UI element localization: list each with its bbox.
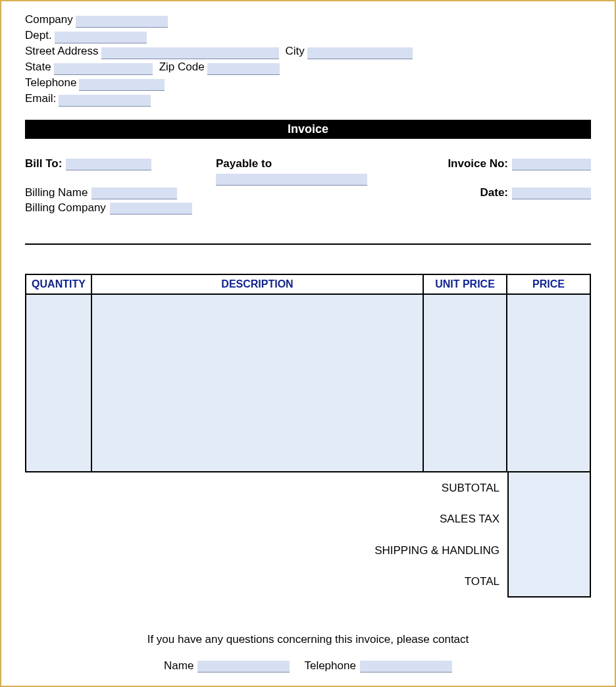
zip-input[interactable] bbox=[207, 63, 280, 75]
billing-company-label: Billing Company bbox=[25, 201, 106, 215]
footer-telephone-label: Telephone bbox=[304, 659, 355, 673]
separator-line bbox=[25, 243, 591, 245]
shipping-label: SHIPPING & HANDLING bbox=[374, 544, 500, 557]
footer-question-line: If you have any questions concerning thi… bbox=[25, 633, 591, 646]
table-row bbox=[26, 294, 590, 472]
street-address-label: Street Address bbox=[25, 43, 99, 59]
company-header-block: Company Dept. Street Address City State … bbox=[25, 12, 591, 107]
col-unit-price: UNIT PRICE bbox=[423, 274, 507, 294]
telephone-input[interactable] bbox=[79, 79, 165, 91]
zip-label: Zip Code bbox=[159, 59, 205, 75]
footer-name-label: Name bbox=[164, 659, 193, 673]
totals-section: SUBTOTAL SALES TAX SHIPPING & HANDLING T… bbox=[25, 472, 591, 598]
unit-price-cell[interactable] bbox=[423, 294, 507, 472]
state-label: State bbox=[25, 59, 51, 75]
company-input[interactable] bbox=[76, 16, 168, 28]
dept-input[interactable] bbox=[55, 32, 147, 43]
invoice-no-label: Invoice No: bbox=[448, 157, 508, 170]
city-input[interactable] bbox=[307, 47, 413, 59]
sales-tax-label: SALES TAX bbox=[440, 513, 500, 526]
line-items-table: QUANTITY DESCRIPTION UNIT PRICE PRICE bbox=[25, 274, 591, 472]
bill-to-label: Bill To: bbox=[25, 157, 62, 170]
billing-company-input[interactable] bbox=[110, 203, 192, 215]
col-quantity: QUANTITY bbox=[26, 274, 91, 294]
date-label: Date: bbox=[480, 186, 508, 199]
invoice-banner: Invoice bbox=[25, 120, 591, 139]
street-address-input[interactable] bbox=[101, 47, 279, 59]
dept-label: Dept. bbox=[25, 28, 52, 43]
date-input[interactable] bbox=[512, 188, 591, 199]
city-label: City bbox=[286, 43, 305, 59]
description-cell[interactable] bbox=[91, 294, 423, 472]
email-input[interactable] bbox=[59, 95, 151, 107]
bill-to-input[interactable] bbox=[66, 159, 151, 170]
quantity-cell[interactable] bbox=[26, 294, 91, 472]
company-label: Company bbox=[25, 12, 73, 28]
email-label: Email: bbox=[25, 91, 56, 107]
telephone-label: Telephone bbox=[25, 75, 76, 91]
payable-to-input[interactable] bbox=[216, 174, 367, 186]
footer-name-input[interactable] bbox=[197, 661, 290, 673]
col-description: DESCRIPTION bbox=[91, 274, 423, 294]
subtotal-label: SUBTOTAL bbox=[442, 482, 500, 495]
footer-telephone-input[interactable] bbox=[360, 661, 452, 673]
state-input[interactable] bbox=[54, 63, 153, 75]
invoice-no-input[interactable] bbox=[512, 159, 591, 170]
price-cell[interactable] bbox=[507, 294, 590, 472]
col-price: PRICE bbox=[507, 274, 590, 294]
footer-section: If you have any questions concerning thi… bbox=[25, 633, 591, 687]
billing-name-label: Billing Name bbox=[25, 186, 88, 199]
totals-amount-box[interactable] bbox=[507, 472, 591, 598]
billing-section: Bill To: Billing Name Billing Company Pa… bbox=[25, 157, 591, 215]
total-label: TOTAL bbox=[465, 575, 500, 588]
payable-to-label: Payable to bbox=[216, 157, 400, 170]
billing-name-input[interactable] bbox=[91, 188, 177, 199]
